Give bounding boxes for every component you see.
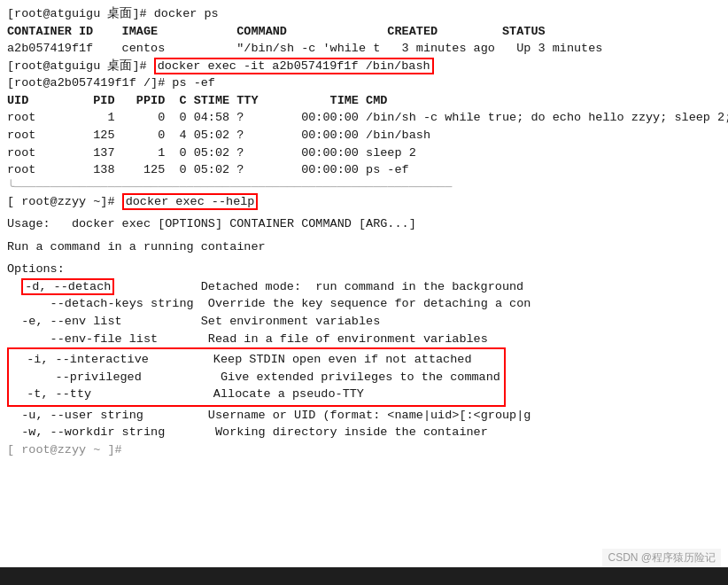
ps-ef-header: UID PID PPID C STIME TTY TIME CMD xyxy=(7,92,721,110)
docker-ps-header: CONTAINER ID IMAGE COMMAND CREATED STATU… xyxy=(7,23,721,41)
cmd-docker-exec-bash: [root@atguigu 桌面]# docker exec -it a2b05… xyxy=(7,58,721,75)
opt-privileged: --privileged Give extended privileges to… xyxy=(12,369,500,386)
opt-tty: -t, --tty Allocate a pseudo-TTY xyxy=(12,386,500,403)
cmd-docker-ps: [root@atguigu 桌面]# docker ps xyxy=(7,5,721,23)
container-row: a2b057419f1f centos "/bin/sh -c 'while t… xyxy=(7,40,721,58)
terminal-window: [root@atguigu 桌面]# docker ps CONTAINER I… xyxy=(0,0,728,567)
prompt-prefix: [root@atguigu 桌面]# xyxy=(7,59,154,73)
prompt-zzyy: [ root@zzyy ~]# xyxy=(7,195,122,208)
partial-line-1: ╰───────────────────────────────────────… xyxy=(7,179,721,188)
final-prompt: [ root@zzyy ~ ]# xyxy=(7,441,721,459)
opt-interactive: -i, --interactive Keep STDIN open even i… xyxy=(12,351,500,369)
opt-env-file: --env-file list Read in a file of enviro… xyxy=(7,331,721,348)
opt-user: -u, --user string Username or UID (forma… xyxy=(7,407,721,425)
opt-env: -e, --env list Set environment variables xyxy=(7,313,721,331)
description-line: Run a command in a running container xyxy=(7,238,721,256)
ps-row-1: root 1 0 0 04:58 ? 00:00:00 /bin/sh -c w… xyxy=(7,109,721,127)
cmd-docker-exec-help: [ root@zzyy ~]# docker exec --help xyxy=(7,193,721,211)
exec-command-highlight: docker exec -it a2b057419f1f /bin/bash xyxy=(154,58,434,74)
ps-row-3: root 137 1 0 05:02 ? 00:00:00 sleep 2 xyxy=(7,144,721,162)
detach-highlight: -d, --detach xyxy=(21,278,114,295)
opt-detach-keys: --detach-keys string Override the key se… xyxy=(7,295,721,313)
container-prompt: [root@a2b057419f1f /]# ps -ef xyxy=(7,74,721,92)
ps-row-4: root 138 125 0 05:02 ? 00:00:00 ps -ef xyxy=(7,161,721,179)
ps-row-2: root 125 0 4 05:02 ? 00:00:00 /bin/bash xyxy=(7,127,721,144)
opt-workdir: -w, --workdir string Working directory i… xyxy=(7,424,721,441)
interactive-block-highlight: -i, --interactive Keep STDIN open even i… xyxy=(7,347,506,407)
options-heading: Options: xyxy=(7,261,721,278)
opt-detach: -d, --detach Detached mode: run command … xyxy=(7,278,721,296)
exec-help-highlight: docker exec --help xyxy=(122,193,259,210)
watermark: CSDN @程序猿历险记 xyxy=(602,549,721,567)
usage-line: Usage: docker exec [OPTIONS] CONTAINER C… xyxy=(7,215,721,233)
